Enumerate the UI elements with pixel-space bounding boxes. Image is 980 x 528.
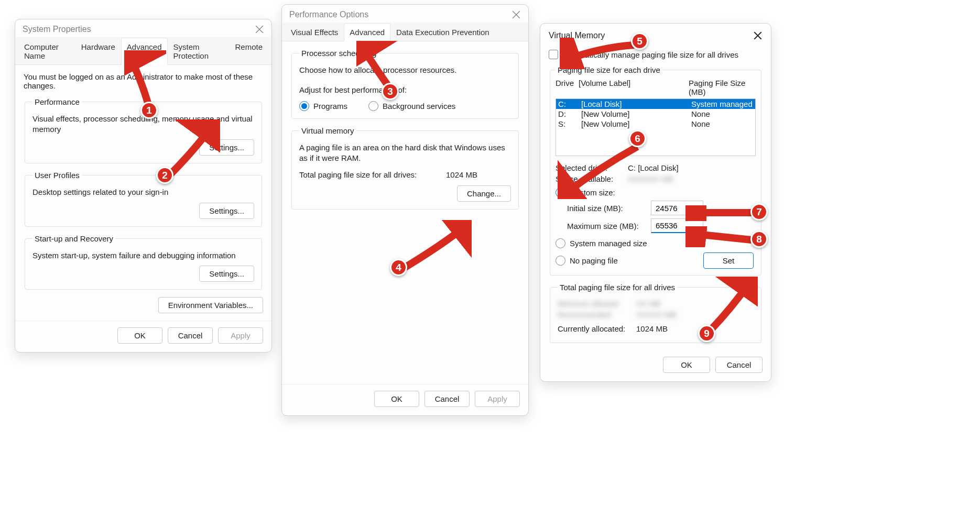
close-icon[interactable]: [255, 25, 264, 34]
apply-button[interactable]: Apply: [475, 391, 520, 407]
ok-button[interactable]: OK: [117, 327, 162, 344]
drive-letter: D:: [558, 109, 581, 118]
user-profiles-group: User Profiles Desktop settings related t…: [25, 171, 262, 227]
selected-drive-label: Selected drive:: [556, 163, 628, 172]
cancel-button[interactable]: Cancel: [168, 327, 213, 344]
tab-system-protection[interactable]: System Protection: [168, 38, 230, 65]
drive-list[interactable]: C: [Local Disk] System managed D: [New V…: [556, 98, 756, 156]
radio-custom-size[interactable]: Custom size:: [556, 188, 756, 197]
blurred-label: Minimum allowed: [558, 299, 636, 308]
total-paging-group: Total paging file size for all drives Mi…: [550, 283, 761, 343]
drive-size: None: [691, 119, 753, 128]
blurred-value: XX MB: [636, 299, 661, 308]
virtual-memory-dialog: Virtual Memory Automatically manage pagi…: [540, 23, 771, 382]
radio-label: No paging file: [570, 256, 618, 265]
radio-programs[interactable]: Programs: [299, 101, 347, 111]
currently-allocated-value: 1024 MB: [636, 324, 668, 333]
group-desc: A paging file is an area on the hard dis…: [299, 142, 511, 163]
drive-row[interactable]: S: [New Volume] None: [556, 119, 755, 129]
currently-allocated-label: Currently allocated:: [558, 324, 636, 333]
group-title: Start-up and Recovery: [32, 234, 115, 243]
radio-icon: [368, 101, 378, 111]
radio-icon: [556, 238, 565, 248]
set-button[interactable]: Set: [703, 252, 754, 269]
callout-badge: 1: [140, 102, 158, 119]
change-button[interactable]: Change...: [457, 185, 511, 202]
blurred-label: Recommended: [558, 310, 636, 319]
group-desc: System start-up, system failure and debu…: [32, 250, 254, 261]
ok-button[interactable]: OK: [663, 357, 710, 373]
tab-advanced[interactable]: Advanced: [121, 38, 168, 65]
tab-content: Processor scheduling Choose how to alloc…: [282, 41, 528, 224]
system-properties-dialog: System Properties Computer Name Hardware…: [15, 19, 272, 353]
radio-icon: [299, 101, 309, 111]
group-title: User Profiles: [32, 171, 82, 180]
user-profiles-settings-button[interactable]: Settings...: [199, 203, 254, 219]
maximum-size-input[interactable]: [651, 218, 703, 233]
selected-drive-value: C: [Local Disk]: [628, 163, 679, 172]
performance-settings-button[interactable]: Settings...: [199, 139, 254, 156]
window-title: Virtual Memory: [549, 31, 605, 40]
callout-badge: 3: [382, 83, 399, 100]
radio-system-managed[interactable]: System managed size: [556, 238, 756, 248]
total-paging-value: 1024 MB: [446, 170, 477, 179]
startup-recovery-group: Start-up and Recovery System start-up, s…: [25, 234, 262, 290]
tab-strip: Visual Effects Advanced Data Execution P…: [282, 23, 528, 41]
callout-badge: 4: [390, 259, 407, 276]
auto-manage-checkbox[interactable]: Automatically manage paging file size fo…: [549, 50, 763, 59]
callout-badge: 8: [750, 230, 768, 248]
environment-variables-button[interactable]: Environment Variables...: [158, 297, 263, 313]
tab-remote[interactable]: Remote: [229, 38, 268, 65]
startup-settings-button[interactable]: Settings...: [199, 266, 254, 282]
tab-visual-effects[interactable]: Visual Effects: [285, 23, 344, 41]
drive-letter: C:: [558, 100, 581, 108]
per-drive-group: Paging file size for each drive Drive [V…: [550, 65, 761, 276]
titlebar: System Properties: [15, 19, 271, 37]
drive-letter: S:: [558, 119, 581, 128]
header-size: Paging File Size (MB): [689, 79, 756, 96]
window-title: System Properties: [23, 25, 91, 34]
maximum-size-label: Maximum size (MB):: [567, 222, 651, 230]
dialog-buttons: OK Cancel Apply: [15, 321, 271, 352]
cancel-button[interactable]: Cancel: [424, 391, 470, 407]
space-available-value: XXXXXX MB: [628, 174, 673, 183]
group-title: Performance: [32, 97, 82, 106]
cancel-button[interactable]: Cancel: [715, 357, 763, 373]
dialog-buttons: OK Cancel: [540, 350, 771, 381]
checkbox-icon: [549, 50, 558, 59]
apply-button[interactable]: Apply: [218, 327, 263, 344]
radio-label: System managed size: [570, 239, 647, 248]
window-title: Performance Options: [289, 10, 368, 19]
close-icon[interactable]: [753, 31, 763, 40]
callout-badge: 7: [750, 203, 768, 221]
callout-badge: 5: [631, 32, 648, 50]
drive-label: [Local Disk]: [581, 100, 691, 108]
adjust-label: Adjust for best performance of:: [299, 85, 511, 95]
ok-button[interactable]: OK: [374, 391, 419, 407]
initial-size-input[interactable]: [651, 201, 703, 215]
drive-size: System managed: [691, 100, 753, 108]
admin-note: You must be logged on as an Administrato…: [24, 72, 263, 90]
initial-size-label: Initial size (MB):: [567, 204, 651, 213]
radio-label: Programs: [313, 102, 347, 111]
header-drive: Drive: [556, 79, 579, 96]
titlebar: Performance Options: [282, 5, 528, 23]
close-icon[interactable]: [511, 10, 521, 19]
tab-dep[interactable]: Data Execution Prevention: [390, 23, 495, 41]
checkbox-label: Automatically manage paging file size fo…: [562, 50, 738, 59]
space-available-label: Space available:: [556, 174, 628, 183]
radio-background-services[interactable]: Background services: [368, 101, 455, 111]
dialog-buttons: OK Cancel Apply: [282, 384, 528, 415]
drive-row[interactable]: D: [New Volume] None: [556, 109, 755, 119]
drive-row[interactable]: C: [Local Disk] System managed: [556, 99, 755, 109]
group-desc: Choose how to allocate processor resourc…: [299, 65, 511, 75]
tab-hardware[interactable]: Hardware: [75, 38, 121, 65]
radio-no-paging[interactable]: No paging file: [556, 256, 618, 266]
blurred-value: XXXXX MB: [636, 310, 677, 319]
drive-label: [New Volume]: [581, 119, 691, 128]
tab-strip: Computer Name Hardware Advanced System P…: [15, 37, 271, 65]
header-label: [Volume Label]: [579, 79, 689, 96]
tab-computer-name[interactable]: Computer Name: [18, 38, 75, 65]
processor-scheduling-group: Processor scheduling Choose how to alloc…: [291, 49, 519, 119]
tab-advanced[interactable]: Advanced: [344, 23, 390, 41]
